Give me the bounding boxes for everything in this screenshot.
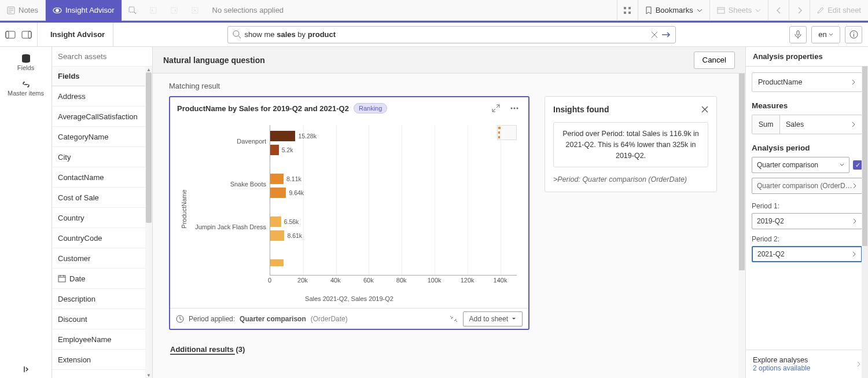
- svg-rect-5: [171, 8, 177, 13]
- measures-title: Measures: [746, 98, 868, 115]
- period-field-select[interactable]: Quarter comparison (OrderD…: [752, 178, 862, 194]
- additional-results-label[interactable]: Additional results (3): [170, 345, 728, 354]
- field-row[interactable]: AverageCallSatisfaction: [52, 107, 152, 127]
- bar[interactable]: [270, 259, 284, 266]
- cancel-button[interactable]: Cancel: [694, 52, 735, 69]
- scrollbar-thumb[interactable]: [146, 72, 152, 223]
- right-panel-toggle[interactable]: [19, 27, 35, 43]
- bar[interactable]: [270, 216, 281, 227]
- chevron-right-icon: [852, 183, 857, 189]
- fields-search-input[interactable]: [58, 52, 146, 61]
- bar[interactable]: [270, 188, 286, 198]
- smart-search-button[interactable]: [122, 0, 143, 21]
- rail-fields[interactable]: Fields: [0, 50, 52, 77]
- explore-analyses-row[interactable]: Explore analyses 2 options available: [746, 350, 868, 378]
- dimension-row[interactable]: ProductName: [752, 72, 862, 92]
- submit-arrow-icon[interactable]: [661, 31, 671, 38]
- props-scroll-thumb[interactable]: [862, 67, 867, 246]
- microphone-icon: [795, 30, 801, 39]
- field-row[interactable]: Date: [52, 269, 152, 289]
- chevron-down-icon: [755, 8, 761, 13]
- prev-sheet-button[interactable]: [768, 0, 789, 21]
- period-checkbox[interactable]: ✓: [853, 160, 862, 170]
- voice-button[interactable]: [789, 26, 807, 43]
- field-row[interactable]: CountryCode: [52, 228, 152, 248]
- fullscreen-button[interactable]: [489, 101, 503, 115]
- y-category-label: Davenport: [189, 138, 266, 145]
- center-scrollbar[interactable]: [738, 74, 745, 378]
- fields-scrollbar[interactable]: ▲ ▼: [145, 67, 152, 378]
- language-button[interactable]: en: [811, 26, 840, 43]
- edit-sheet-button[interactable]: Edit sheet: [810, 0, 868, 21]
- props-scrollbar[interactable]: [862, 67, 868, 378]
- step-forward-button[interactable]: [164, 0, 185, 21]
- rail-master-items[interactable]: Master items: [0, 77, 52, 102]
- period-type-select[interactable]: Quarter comparison: [752, 157, 849, 173]
- field-row[interactable]: Discount: [52, 309, 152, 329]
- notes-tab[interactable]: Notes: [0, 0, 46, 21]
- svg-point-19: [853, 32, 854, 33]
- rail-master-label: Master items: [8, 90, 44, 97]
- scroll-down-arrow[interactable]: ▼: [145, 372, 152, 378]
- next-sheet-button[interactable]: [789, 0, 810, 21]
- center-scroll-thumb[interactable]: [739, 74, 745, 270]
- info-button[interactable]: [845, 26, 862, 43]
- field-row[interactable]: Cost of Sale: [52, 188, 152, 208]
- scroll-up-arrow[interactable]: ▲: [145, 67, 152, 72]
- more-options-button[interactable]: [507, 101, 521, 115]
- page-title: Insight Advisor: [42, 23, 113, 46]
- svg-rect-11: [718, 8, 724, 13]
- period-applied-name: Quarter comparison: [240, 315, 306, 323]
- measure-value: Sales: [786, 120, 804, 129]
- bar[interactable]: [270, 230, 284, 241]
- database-icon: [21, 54, 31, 63]
- field-row[interactable]: ContactName: [52, 167, 152, 188]
- aggregation-cell[interactable]: Sum: [752, 115, 780, 134]
- left-panel-toggle[interactable]: [2, 27, 19, 43]
- selections-tool-button[interactable]: [617, 0, 638, 21]
- bookmarks-button[interactable]: Bookmarks: [638, 0, 709, 21]
- collapse-rail-button[interactable]: [22, 365, 30, 373]
- chart-title: ProductName by Sales for 2019-Q2 and 202…: [177, 104, 349, 113]
- bookmark-icon: [645, 6, 652, 14]
- step-back-button[interactable]: [143, 0, 164, 21]
- bar[interactable]: [270, 131, 295, 141]
- close-insights-button[interactable]: [701, 106, 708, 113]
- svg-rect-4: [150, 8, 156, 13]
- field-row[interactable]: Address: [52, 86, 152, 107]
- pencil-icon: [817, 7, 824, 14]
- expand-icon: [492, 104, 500, 112]
- measure-row[interactable]: Sum Sales: [752, 115, 862, 134]
- clear-input-icon[interactable]: [651, 31, 658, 38]
- panel-right-icon: [21, 31, 32, 39]
- field-row[interactable]: Extension: [52, 350, 152, 370]
- language-label: en: [818, 30, 826, 39]
- field-row[interactable]: Description: [52, 289, 152, 309]
- period2-select[interactable]: 2021-Q2: [752, 246, 862, 262]
- search-icon: [233, 30, 241, 39]
- search-box[interactable]: show me sales by product: [227, 26, 676, 43]
- break-link-button[interactable]: [449, 315, 458, 323]
- properties-header: Analysis properties: [746, 47, 868, 67]
- field-row[interactable]: Customer: [52, 248, 152, 269]
- field-row[interactable]: Country: [52, 208, 152, 228]
- add-to-sheet-button[interactable]: Add to sheet: [463, 311, 523, 326]
- sheets-button[interactable]: Sheets: [709, 0, 768, 21]
- no-selections-text: No selections applied: [205, 6, 291, 14]
- field-row[interactable]: EmployeeName: [52, 329, 152, 350]
- sheets-icon: [717, 7, 725, 14]
- clear-selections-button[interactable]: [185, 0, 205, 21]
- analysis-period-title: Analysis period: [746, 140, 868, 157]
- y-axis-label: ProductName: [181, 189, 187, 228]
- bar-value-label: 8.11k: [286, 175, 301, 182]
- insight-advisor-tab[interactable]: Insight Advisor: [46, 0, 122, 21]
- field-row[interactable]: CategoryName: [52, 127, 152, 147]
- rail-fields-label: Fields: [17, 64, 34, 71]
- bar[interactable]: [270, 145, 279, 155]
- svg-rect-10: [628, 12, 631, 14]
- field-row[interactable]: City: [52, 147, 152, 167]
- bar[interactable]: [270, 174, 284, 184]
- insight-period: >Period: Quarter comparison (OrderDate): [553, 175, 708, 184]
- bookmarks-label: Bookmarks: [656, 6, 693, 14]
- period1-select[interactable]: 2019-Q2: [752, 213, 862, 229]
